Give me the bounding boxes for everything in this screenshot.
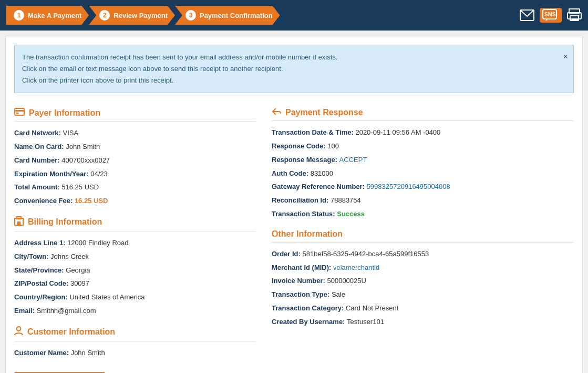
customer-info-title: Customer Information: [27, 327, 115, 337]
info-row: Country/Region: United States of America: [14, 292, 256, 303]
step-3-label: Payment Confirmation: [200, 12, 273, 19]
billing-info-title: Billing Information: [28, 217, 102, 227]
credit-card-icon: [14, 108, 25, 118]
info-row: Transaction Date & Time: 2020-09-11 09:5…: [272, 127, 574, 138]
info-row: Response Message: ACCEPT: [272, 155, 574, 166]
step-2-label: Review Payment: [114, 12, 168, 19]
person-icon: [14, 326, 23, 338]
info-row: Total Amount: 516.25 USD: [14, 182, 256, 193]
info-row: Invoice Number: 500000025U: [272, 276, 574, 287]
info-row: Reconciliation Id: 78883754: [272, 195, 574, 206]
svg-rect-12: [16, 113, 19, 114]
info-row: Card Number: 400700xxx0027: [14, 155, 256, 166]
sms-icon[interactable]: SMS: [540, 8, 562, 23]
step-1-number: 1: [14, 10, 24, 21]
svg-rect-16: [19, 221, 20, 225]
building-icon: [14, 216, 24, 228]
info-row: Transaction Type: Sale: [272, 289, 574, 300]
step-payment-confirmation[interactable]: 3 Payment Confirmation: [175, 6, 280, 25]
info-row: Card Network: VISA: [14, 128, 256, 139]
info-row: Order Id: 581bef58-6325-4942-bca4-65a599…: [272, 249, 574, 260]
info-row: Customer Name: John Smith: [14, 348, 256, 359]
payer-fields: Card Network: VISAName On Card: John Smi…: [14, 128, 256, 207]
other-info-fields: Order Id: 581bef58-6325-4942-bca4-65a599…: [272, 249, 574, 328]
billing-fields: Address Line 1: 12000 Findley RoadCity/T…: [14, 238, 256, 317]
payer-info-title: Payer Information: [29, 108, 100, 118]
other-info-header: Other Information: [272, 229, 574, 243]
info-row: ZIP/Postal Code: 30097: [14, 278, 256, 289]
banner-line1: The transaction confirmation receipt has…: [22, 53, 337, 61]
payer-info-header: Payer Information: [14, 108, 256, 122]
svg-point-9: [578, 15, 580, 17]
banner-close-button[interactable]: ×: [563, 49, 568, 64]
svg-rect-11: [15, 110, 24, 112]
step-make-payment[interactable]: 1 Make A Payment: [6, 6, 89, 25]
left-column: Payer Information Card Network: VISAName…: [14, 104, 256, 373]
customer-info-header: Customer Information: [14, 326, 256, 341]
info-row: Address Line 1: 12000 Findley Road: [14, 238, 256, 249]
info-row: Auth Code: 831000: [272, 168, 574, 179]
info-row: Response Code: 100: [272, 141, 574, 152]
payment-response-header: Payment Response: [272, 108, 574, 121]
top-navigation: 1 Make A Payment 2 Review Payment 3 Paym…: [0, 0, 588, 31]
info-row: Transaction Status: Success: [272, 209, 574, 220]
info-row: State/Province: Georgia: [14, 265, 256, 276]
svg-text:SMS: SMS: [544, 12, 556, 17]
payment-response-title: Payment Response: [285, 108, 363, 117]
main-content: The transaction confirmation receipt has…: [5, 36, 583, 373]
step-1-label: Make A Payment: [28, 12, 81, 19]
info-row: Email: Smithh@gmail.com: [14, 306, 256, 317]
two-column-layout: Payer Information Card Network: VISAName…: [14, 104, 574, 373]
step-2-number: 2: [99, 10, 110, 21]
print-icon[interactable]: [567, 8, 582, 22]
info-row: Expiration Month/Year: 04/23: [14, 169, 256, 180]
billing-info-header: Billing Information: [14, 216, 256, 231]
payment-response-fields: Transaction Date & Time: 2020-09-11 09:5…: [272, 127, 574, 220]
info-row: Name On Card: John Smith: [14, 142, 256, 153]
step-3-number: 3: [185, 10, 196, 21]
info-row: Convenience Fee: 16.25 USD: [14, 196, 256, 207]
svg-point-17: [17, 327, 21, 331]
nav-icons-container: SMS: [520, 8, 582, 23]
right-column: Payment Response Transaction Date & Time…: [272, 104, 574, 373]
svg-rect-10: [15, 108, 24, 115]
email-icon[interactable]: [520, 9, 534, 21]
steps-container: 1 Make A Payment 2 Review Payment 3 Paym…: [6, 6, 280, 25]
reply-icon: [272, 108, 281, 117]
svg-rect-15: [17, 221, 19, 225]
info-row: Created By Username: Testuser101: [272, 317, 574, 328]
other-info-title: Other Information: [272, 229, 343, 239]
info-row: Transaction Category: Card Not Present: [272, 303, 574, 314]
info-row: Merchant Id (MID): velamerchantid: [272, 263, 574, 274]
customer-fields: Customer Name: John Smith: [14, 348, 256, 359]
info-row: City/Town: Johns Creek: [14, 251, 256, 263]
banner-line3: Click on the printer icon above to print…: [22, 76, 173, 84]
info-row: Gateway Reference Number: 59983257209164…: [272, 182, 574, 193]
info-banner: The transaction confirmation receipt has…: [14, 45, 574, 93]
step-review-payment[interactable]: 2 Review Payment: [89, 6, 175, 25]
banner-line2: Click on the email or text message icon …: [22, 65, 283, 73]
